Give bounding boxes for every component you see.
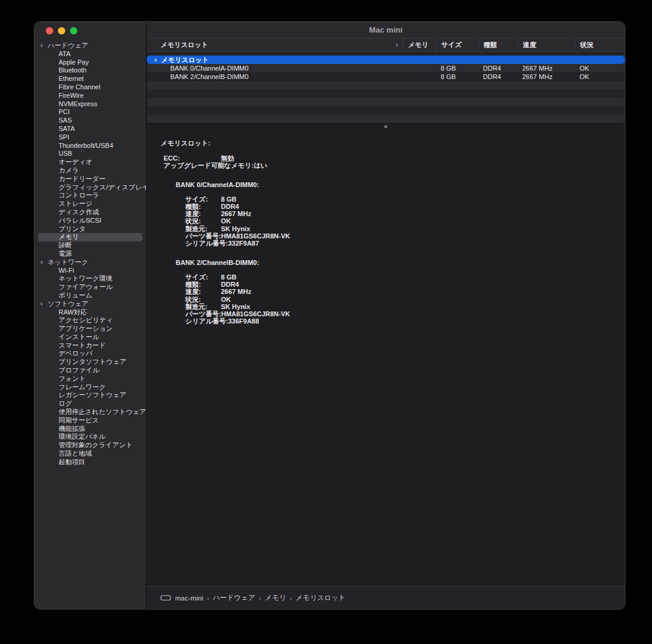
titlebar[interactable]: Mac mini — [147, 22, 625, 38]
detail-value: 332F9A87 — [228, 240, 259, 247]
sidebar-item[interactable]: PCI — [38, 108, 142, 116]
sidebar-item[interactable]: SAS — [38, 116, 142, 125]
cell-type: DDR4 — [478, 65, 517, 72]
empty-row — [147, 89, 625, 98]
sidebar-section-label: ハードウェア — [48, 41, 88, 50]
sidebar-item[interactable]: 環境設定パネル — [38, 433, 142, 441]
sidebar-item[interactable]: プロファイル — [38, 366, 142, 375]
sidebar-item[interactable]: ATA — [38, 50, 142, 59]
sidebar-item[interactable]: Bluetooth — [38, 66, 142, 75]
window-controls — [34, 22, 146, 38]
sidebar-item[interactable]: SATA — [38, 125, 142, 133]
sidebar-item[interactable]: グラフィックス/ディスプレイ — [38, 183, 142, 192]
column-header-size[interactable]: サイズ — [436, 39, 478, 51]
sidebar-item[interactable]: レガシーソフトウェア — [38, 391, 142, 400]
chevron-down-icon[interactable]: ∨ — [38, 260, 45, 265]
sidebar-item[interactable]: FireWire — [38, 92, 142, 100]
memory-table-body: ∨ メモリスロット BANK 0/ChannelA-DIMM08 GBDDR42… — [147, 52, 625, 123]
group-row-memory-slots[interactable]: ∨ メモリスロット — [147, 56, 625, 64]
detail-value: 無効 — [221, 155, 234, 162]
sidebar-item[interactable]: RAW対応 — [38, 308, 142, 317]
sidebar-item[interactable]: 起動項目 — [38, 458, 142, 467]
sidebar-section[interactable]: ∨ソフトウェア — [38, 300, 142, 308]
sidebar-item[interactable]: ログ — [38, 400, 142, 408]
chevron-down-icon[interactable]: ∨ — [38, 301, 45, 307]
sidebar-item[interactable]: 管理対象のクライアント — [38, 441, 142, 450]
splitter-handle-icon — [385, 125, 388, 128]
detail-row: サイズ:8 GB — [161, 273, 618, 281]
sidebar-item[interactable]: フレームワーク — [38, 383, 142, 392]
bank-title: BANK 0/ChannelA-DIMM0: — [176, 181, 618, 188]
sidebar-item[interactable]: Apple Pay — [38, 59, 142, 67]
sidebar-tree: ∨ハードウェアATAApple PayBluetoothEthernetFibr… — [34, 38, 146, 467]
sidebar-item[interactable]: カメラ — [38, 167, 142, 175]
sidebar-item[interactable]: ディスク作成 — [38, 208, 142, 217]
detail-row: 種類:DDR4 — [161, 203, 618, 210]
sidebar-item[interactable]: プリンタ — [38, 225, 142, 234]
sidebar-item[interactable]: フォント — [38, 375, 142, 383]
sidebar-item[interactable]: USB — [38, 150, 142, 158]
detail-label: 製造元: — [185, 225, 221, 232]
table-row[interactable]: BANK 0/ChannelA-DIMM08 GBDDR42667 MHzOK — [147, 64, 625, 72]
chevron-down-icon[interactable]: ∨ — [154, 57, 159, 63]
sidebar-item[interactable]: アプリケーション — [38, 325, 142, 333]
column-header-label: 状況 — [580, 40, 593, 49]
detail-value: 8 GB — [221, 273, 237, 281]
sidebar-item[interactable]: ネットワーク環境 — [38, 275, 142, 283]
sidebar-item[interactable]: 電源 — [38, 250, 142, 258]
minimize-button[interactable] — [58, 27, 65, 34]
cell-size: 8 GB — [436, 65, 478, 72]
detail-row: 状況:OK — [161, 296, 618, 303]
close-button[interactable] — [46, 27, 53, 34]
column-header-memory[interactable]: メモリ — [403, 39, 436, 51]
detail-title: メモリスロット: — [161, 139, 618, 148]
pane-splitter[interactable] — [147, 123, 625, 129]
breadcrumb-separator: › — [259, 595, 261, 602]
sidebar-item[interactable]: SPI — [38, 133, 142, 142]
detail-label: 速度: — [185, 210, 221, 217]
sidebar-item[interactable]: デベロッパ — [38, 349, 142, 358]
detail-value: SK Hynix — [221, 225, 250, 232]
sidebar-item[interactable]: カードリーダー — [38, 175, 142, 183]
detail-row: 状況:OK — [161, 217, 618, 225]
sidebar-item[interactable]: コントローラ — [38, 191, 142, 200]
sidebar-item[interactable]: プリンタソフトウェア — [38, 358, 142, 366]
sidebar-item[interactable]: 言語と地域 — [38, 450, 142, 458]
detail-label: パーツ番号: — [185, 310, 221, 317]
chevron-down-icon[interactable]: ∨ — [38, 43, 45, 48]
sidebar-item[interactable]: 使用停止されたソフトウェア — [38, 408, 142, 416]
sidebar-item[interactable]: インストール — [38, 333, 142, 342]
detail-label: シリアル番号: — [185, 317, 228, 325]
column-header-speed[interactable]: 速度 — [517, 39, 575, 51]
table-row[interactable]: BANK 2/ChannelB-DIMM08 GBDDR42667 MHzOK — [147, 72, 625, 81]
sidebar-section[interactable]: ∨ネットワーク — [38, 258, 142, 267]
sidebar-item[interactable]: オーディオ — [38, 158, 142, 167]
sidebar-item[interactable]: ストレージ — [38, 200, 142, 208]
sidebar-section[interactable]: ∨ハードウェア — [38, 42, 142, 50]
sidebar-item[interactable]: Thunderbolt/USB4 — [38, 142, 142, 150]
sort-ascending-icon[interactable]: ∧ — [395, 42, 403, 48]
sidebar-item[interactable]: ファイアウォール — [38, 283, 142, 292]
sidebar-item[interactable]: アクセシビリティ — [38, 316, 142, 325]
sidebar-item[interactable]: ボリューム — [38, 292, 142, 300]
sidebar-item[interactable]: Ethernet — [38, 75, 142, 83]
column-header-status[interactable]: 状況 — [575, 39, 625, 51]
detail-global-fields: ECC: 無効 アップグレード可能なメモリ: はい — [161, 155, 618, 170]
empty-row — [147, 115, 625, 123]
sidebar-item[interactable]: Fibre Channel — [38, 83, 142, 92]
sidebar-item[interactable]: Wi-Fi — [38, 267, 142, 275]
column-header-slot[interactable]: メモリスロット ∧ — [147, 39, 403, 51]
detail-row: 速度:2667 MHz — [161, 288, 618, 295]
detail-value: DDR4 — [221, 281, 239, 288]
sidebar-item[interactable]: 機能拡張 — [38, 425, 142, 433]
status-bar: mac-mini›ハードウェア›メモリ›メモリスロット — [147, 586, 625, 609]
detail-label: 速度: — [185, 288, 221, 295]
zoom-button[interactable] — [70, 27, 77, 34]
sidebar-item[interactable]: 診断 — [38, 241, 142, 250]
sidebar-item[interactable]: メモリ — [38, 233, 142, 241]
sidebar-item[interactable]: NVMExpress — [38, 100, 142, 109]
sidebar-item[interactable]: 同期サービス — [38, 416, 142, 425]
sidebar-item[interactable]: スマートカード — [38, 342, 142, 350]
sidebar-item[interactable]: パラレルSCSI — [38, 217, 142, 225]
column-header-type[interactable]: 種類 — [478, 39, 517, 51]
